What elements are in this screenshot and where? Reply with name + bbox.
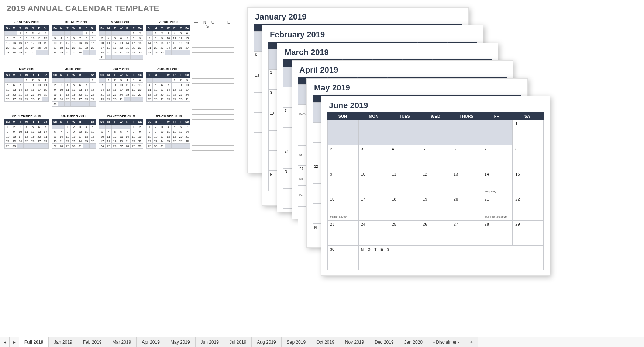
mini-day-cell: 17: [52, 45, 58, 50]
notes-line[interactable]: [192, 68, 234, 73]
mini-day-cell: 20: [11, 92, 17, 97]
day-cell[interactable]: 24: [358, 220, 389, 245]
notes-line[interactable]: [192, 42, 234, 48]
day-cell[interactable]: 29: [513, 220, 544, 245]
sheet-tab[interactable]: Jun 2019: [196, 337, 224, 347]
day-cell[interactable]: 27: [451, 220, 482, 245]
day-cell[interactable]: 5: [420, 145, 451, 170]
day-cell[interactable]: 20: [451, 195, 482, 220]
day-cell[interactable]: 2: [327, 145, 358, 170]
day-cell[interactable]: 15: [513, 170, 544, 195]
day-cell[interactable]: [420, 120, 451, 145]
notes-line[interactable]: [192, 104, 234, 110]
mini-day-cell: [65, 78, 71, 83]
sheet-tab[interactable]: Mar 2019: [107, 337, 137, 347]
day-cell[interactable]: [358, 120, 389, 145]
notes-line[interactable]: [192, 48, 234, 53]
notes-line[interactable]: [192, 94, 234, 99]
sheet-tab[interactable]: Sep 2019: [282, 337, 311, 347]
day-cell[interactable]: 23: [327, 220, 358, 245]
mini-day-header: R: [77, 26, 83, 31]
notes-line[interactable]: [192, 140, 234, 146]
sheet-tab[interactable]: Jan 2019: [49, 337, 78, 347]
sheet-tab[interactable]: - Disclaimer -: [428, 337, 465, 347]
day-cell[interactable]: 3: [358, 145, 389, 170]
day-cell[interactable]: 7: [482, 145, 513, 170]
notes-line[interactable]: [192, 58, 234, 63]
sheet-tab[interactable]: Apr 2019: [137, 337, 165, 347]
day-cell[interactable]: 28: [482, 220, 513, 245]
notes-line[interactable]: [192, 120, 234, 125]
sheet-tab[interactable]: Dec 2019: [369, 337, 399, 347]
day-cell[interactable]: 14Flag Day: [482, 170, 513, 195]
mini-day-header: W: [24, 119, 30, 125]
day-cell[interactable]: 10: [358, 170, 389, 195]
notes-line[interactable]: [192, 63, 234, 68]
notes-line[interactable]: [192, 110, 234, 115]
notes-line[interactable]: [192, 79, 234, 84]
notes-line[interactable]: [192, 37, 234, 42]
notes-line[interactable]: [192, 130, 234, 135]
sheet-tab[interactable]: Aug 2019: [252, 337, 281, 347]
add-sheet-button[interactable]: +: [465, 337, 478, 347]
month-notes-cell[interactable]: N O T E S: [358, 245, 544, 270]
mini-day-cell: 29: [172, 97, 178, 102]
month-card-title: June 2019: [329, 101, 544, 110]
notes-line[interactable]: [192, 156, 234, 161]
day-cell[interactable]: [451, 120, 482, 145]
day-cell[interactable]: [389, 120, 420, 145]
day-cell[interactable]: 18: [389, 195, 420, 220]
mini-day-cell: 10: [58, 87, 65, 92]
notes-line[interactable]: [192, 146, 234, 151]
day-cell[interactable]: [482, 120, 513, 145]
notes-line[interactable]: [192, 53, 234, 58]
notes-line[interactable]: [192, 161, 234, 166]
day-cell[interactable]: 6: [451, 145, 482, 170]
notes-line[interactable]: [192, 99, 234, 104]
notes-line[interactable]: [192, 89, 234, 94]
mini-day-cell: 9: [153, 129, 159, 134]
mini-day-header: R: [124, 119, 131, 125]
mini-day-cell: [153, 78, 159, 83]
sheet-tab[interactable]: May 2019: [165, 337, 196, 347]
notes-line[interactable]: [192, 151, 234, 156]
sheet-tab[interactable]: Jan 2020: [399, 337, 428, 347]
day-cell[interactable]: 26: [420, 220, 451, 245]
day-cell[interactable]: 13: [451, 170, 482, 195]
sheet-tab[interactable]: Full 2019: [19, 337, 49, 347]
day-cell[interactable]: 17: [358, 195, 389, 220]
notes-line[interactable]: [192, 135, 234, 140]
day-cell[interactable]: 16Father's Day: [327, 195, 358, 220]
day-cell[interactable]: [327, 120, 358, 145]
mini-day-cell: 22: [17, 45, 24, 50]
day-cell[interactable]: 4: [389, 145, 420, 170]
notes-line[interactable]: [192, 84, 234, 89]
notes-line[interactable]: [192, 115, 234, 120]
day-cell[interactable]: 19: [420, 195, 451, 220]
tab-next-icon[interactable]: ▸: [10, 337, 19, 347]
day-cell[interactable]: 25: [389, 220, 420, 245]
day-cell[interactable]: 22: [513, 195, 544, 220]
day-cell[interactable]: 30: [327, 245, 358, 270]
notes-line[interactable]: [192, 73, 234, 79]
sheet-tab[interactable]: Jul 2019: [224, 337, 252, 347]
day-cell[interactable]: 8: [513, 145, 544, 170]
sheet-tab[interactable]: Nov 2019: [340, 337, 369, 347]
notes-line[interactable]: [192, 32, 234, 37]
june-grid: 1234567891011121314Flag Day1516Father's …: [327, 120, 544, 270]
day-cell[interactable]: 1: [513, 120, 544, 145]
mini-day-cell: 16: [30, 87, 36, 92]
notes-line[interactable]: [192, 125, 234, 130]
mini-day-cell: 26: [112, 144, 118, 149]
sheet-tab[interactable]: Oct 2019: [311, 337, 340, 347]
sheet-tab[interactable]: Feb 2019: [78, 337, 107, 347]
mini-day-header: Su: [147, 119, 153, 125]
day-cell[interactable]: 9: [327, 170, 358, 195]
day-cell[interactable]: 21Summer Solstice: [482, 195, 513, 220]
mini-day-cell: 15: [153, 41, 159, 45]
sheet-tab-bar: ◂ ▸ Full 2019Jan 2019Feb 2019Mar 2019Apr…: [0, 337, 644, 347]
day-cell[interactable]: 11: [389, 170, 420, 195]
mini-day-cell: 23: [153, 139, 159, 144]
day-cell[interactable]: 12: [420, 170, 451, 195]
tab-prev-icon[interactable]: ◂: [0, 337, 10, 347]
